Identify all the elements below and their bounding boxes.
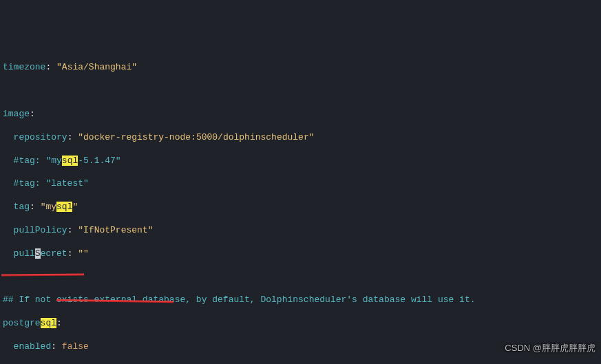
code-line: #tag: "latest" <box>3 178 598 190</box>
code-line: repository: "docker-registry-node:5000/d… <box>3 132 598 144</box>
code-line: pullSecret: "" <box>3 248 598 260</box>
highlight-sql: sql <box>41 318 56 328</box>
code-line <box>3 85 598 97</box>
watermark: CSDN @胖胖虎胖胖虎 <box>505 343 595 354</box>
code-line: tag: "mysql" <box>3 202 598 213</box>
code-line <box>3 271 598 283</box>
code-line: #tag: "mysql-5.1.47" <box>3 156 598 167</box>
code-line: timezone: "Asia/Shanghai" <box>3 62 598 74</box>
code-line: image: <box>3 109 598 120</box>
highlight-sql: sql <box>56 202 72 212</box>
code-editor: timezone: "Asia/Shanghai" image: reposit… <box>3 51 598 364</box>
text-cursor: S <box>35 248 41 259</box>
code-line: pullPolicy: "IfNotPresent" <box>3 225 598 237</box>
highlight-sql: sql <box>62 156 78 166</box>
code-line: postgresql: <box>3 318 598 330</box>
